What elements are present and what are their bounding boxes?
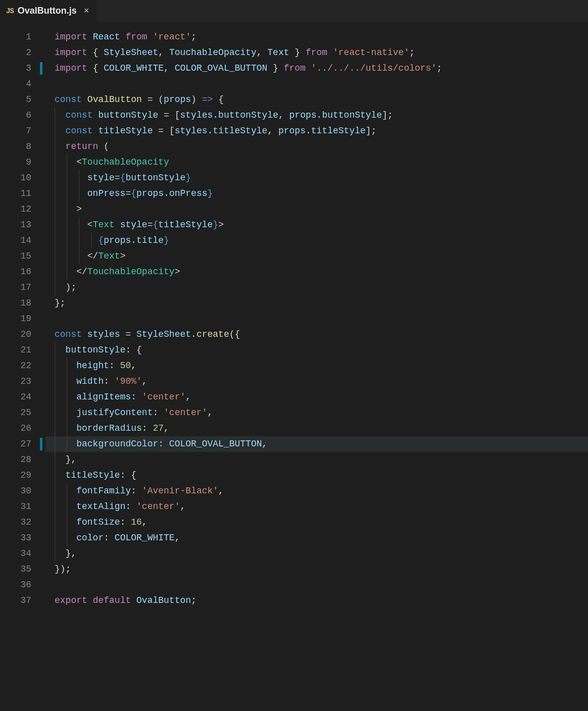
code-line[interactable]: titleStyle: { bbox=[45, 468, 588, 483]
line-number: 31 bbox=[0, 499, 45, 515]
js-file-icon: JS bbox=[6, 7, 14, 15]
line-number: 16 bbox=[0, 264, 45, 280]
code-line[interactable]: }, bbox=[45, 452, 588, 468]
line-number: 9 bbox=[0, 155, 45, 170]
line-number: 28 bbox=[0, 452, 45, 468]
line-number: 11 bbox=[0, 186, 45, 201]
code-line[interactable]: export default OvalButton; bbox=[45, 593, 588, 608]
code-line[interactable]: alignItems: 'center', bbox=[45, 389, 588, 405]
code-line[interactable]: import { StyleSheet, TouchableOpacity, T… bbox=[45, 45, 588, 61]
tab-title: OvalButton.js bbox=[18, 6, 77, 16]
code-line[interactable]: height: 50, bbox=[45, 358, 588, 374]
code-line[interactable]: import React from 'react'; bbox=[45, 29, 588, 45]
code-line[interactable]: borderRadius: 27, bbox=[45, 421, 588, 436]
tab-ovalbutton[interactable]: JS OvalButton.js × bbox=[0, 0, 96, 22]
line-number: 12 bbox=[0, 201, 45, 217]
code-line[interactable]: const titleStyle = [styles.titleStyle, p… bbox=[45, 123, 588, 139]
line-number: 30 bbox=[0, 483, 45, 499]
code-line[interactable]: </TouchableOpacity> bbox=[45, 264, 588, 280]
code-line[interactable]: style={buttonStyle} bbox=[45, 170, 588, 186]
code-line[interactable]: const styles = StyleSheet.create({ bbox=[45, 327, 588, 342]
line-number: 10 bbox=[0, 170, 45, 186]
code-line[interactable]: const buttonStyle = [styles.buttonStyle,… bbox=[45, 108, 588, 123]
line-number: 15 bbox=[0, 248, 45, 264]
code-line[interactable] bbox=[45, 577, 588, 593]
code-line[interactable]: </Text> bbox=[45, 248, 588, 264]
line-number: 21 bbox=[0, 342, 45, 358]
line-number: 26 bbox=[0, 421, 45, 436]
code-line[interactable]: buttonStyle: { bbox=[45, 342, 588, 358]
code-line[interactable]: }; bbox=[45, 295, 588, 311]
code-line[interactable]: }, bbox=[45, 546, 588, 562]
code-line[interactable]: > bbox=[45, 201, 588, 217]
line-number: 19 bbox=[0, 311, 45, 327]
code-line[interactable]: {props.title} bbox=[45, 233, 588, 248]
code-line[interactable]: justifyContent: 'center', bbox=[45, 405, 588, 421]
tab-bar: JS OvalButton.js × bbox=[0, 0, 588, 22]
gutter: 1234567891011121314151617181920212223242… bbox=[0, 29, 45, 711]
code-line[interactable]: const OvalButton = (props) => { bbox=[45, 92, 588, 108]
code-line[interactable]: import { COLOR_WHITE, COLOR_OVAL_BUTTON … bbox=[45, 61, 588, 76]
code-line[interactable] bbox=[45, 76, 588, 92]
line-number: 33 bbox=[0, 530, 45, 546]
line-number: 7 bbox=[0, 123, 45, 139]
code-line[interactable]: return ( bbox=[45, 139, 588, 155]
line-number: 17 bbox=[0, 280, 45, 295]
line-number: 5 bbox=[0, 92, 45, 108]
code-line[interactable]: ); bbox=[45, 280, 588, 295]
code-line[interactable]: <TouchableOpacity bbox=[45, 155, 588, 170]
line-number: 13 bbox=[0, 217, 45, 233]
line-number: 1 bbox=[0, 29, 45, 45]
line-number: 6 bbox=[0, 108, 45, 123]
code-line[interactable]: }); bbox=[45, 562, 588, 577]
line-number: 24 bbox=[0, 389, 45, 405]
code-line[interactable] bbox=[45, 311, 588, 327]
line-number: 35 bbox=[0, 562, 45, 577]
close-icon[interactable]: × bbox=[84, 7, 89, 16]
editor[interactable]: 1234567891011121314151617181920212223242… bbox=[0, 22, 588, 711]
code-line[interactable]: backgroundColor: COLOR_OVAL_BUTTON, bbox=[45, 436, 588, 452]
line-number: 32 bbox=[0, 515, 45, 530]
code-line[interactable]: onPress={props.onPress} bbox=[45, 186, 588, 201]
line-number: 37 bbox=[0, 593, 45, 608]
line-number: 23 bbox=[0, 374, 45, 389]
line-number: 22 bbox=[0, 358, 45, 374]
line-number: 3 bbox=[0, 61, 45, 76]
code-line[interactable]: textAlign: 'center', bbox=[45, 499, 588, 515]
code-line[interactable]: color: COLOR_WHITE, bbox=[45, 530, 588, 546]
code-area[interactable]: import React from 'react';import { Style… bbox=[45, 29, 588, 711]
line-number: 36 bbox=[0, 577, 45, 593]
line-number: 34 bbox=[0, 546, 45, 562]
line-number: 29 bbox=[0, 468, 45, 483]
line-number: 18 bbox=[0, 295, 45, 311]
line-number: 27 bbox=[0, 436, 45, 452]
line-number: 20 bbox=[0, 327, 45, 342]
code-line[interactable]: fontSize: 16, bbox=[45, 515, 588, 530]
code-line[interactable]: fontFamily: 'Avenir-Black', bbox=[45, 483, 588, 499]
line-number: 8 bbox=[0, 139, 45, 155]
line-number: 14 bbox=[0, 233, 45, 248]
line-number: 4 bbox=[0, 76, 45, 92]
code-line[interactable]: <Text style={titleStyle}> bbox=[45, 217, 588, 233]
code-line[interactable]: width: '90%', bbox=[45, 374, 588, 389]
line-number: 25 bbox=[0, 405, 45, 421]
line-number: 2 bbox=[0, 45, 45, 61]
